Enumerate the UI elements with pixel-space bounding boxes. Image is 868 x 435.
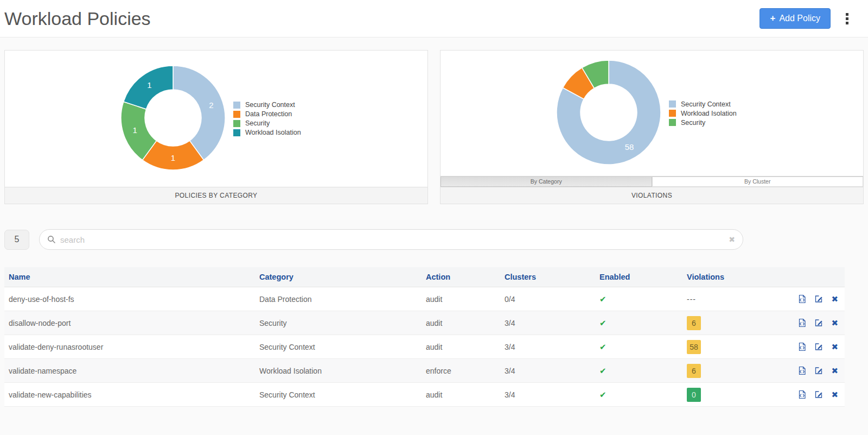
legend-label: Data Protection (245, 110, 292, 118)
clear-search-icon[interactable]: ✖ (729, 235, 735, 244)
policy-category: Data Protection (255, 287, 422, 311)
policy-violations-cell: --- (682, 287, 797, 311)
donut-slice-label: 1 (171, 153, 175, 162)
yaml-file-icon[interactable] (797, 366, 807, 375)
policies-panel-footer: POLICIES BY CATEGORY (5, 187, 427, 204)
delete-icon[interactable]: ✖ (831, 342, 838, 352)
row-actions-cell: ✖ (797, 287, 845, 311)
donut-slice-label: 1 (147, 80, 151, 90)
legend-swatch (669, 119, 676, 126)
policy-clusters: 3/4 (500, 383, 595, 407)
violations-chart-legend: Security ContextWorkload IsolationSecuri… (669, 99, 737, 128)
policy-clusters: 0/4 (500, 287, 595, 311)
column-header-action: Action (422, 267, 500, 287)
check-icon: ✔ (599, 390, 607, 399)
legend-item-security[interactable]: Security (669, 119, 737, 127)
column-header-enabled: Enabled (595, 267, 682, 287)
policy-enabled-cell: ✔ (595, 287, 682, 311)
violations-donut: 58 (552, 55, 666, 172)
legend-item-workload-isolation[interactable]: Workload Isolation (669, 110, 737, 117)
policies-table-body: deny-use-of-host-fsData Protectionaudit0… (4, 287, 845, 407)
violations-tabs: By CategoryBy Cluster (441, 176, 863, 187)
legend-swatch (233, 120, 240, 127)
legend-swatch (669, 100, 676, 108)
policy-name-link[interactable]: validate-new-capabilities (4, 383, 255, 407)
add-policy-button[interactable]: + Add Policy (760, 8, 831, 29)
edit-icon[interactable] (814, 390, 824, 399)
violations-badge[interactable]: 58 (687, 340, 701, 354)
policy-enabled-cell: ✔ (595, 359, 682, 383)
policy-enabled-cell: ✔ (595, 335, 682, 359)
legend-label: Security Context (245, 101, 295, 109)
result-count-badge: 5 (4, 230, 29, 250)
tab-by-cluster[interactable]: By Cluster (652, 177, 864, 187)
policy-category: Security Context (255, 383, 422, 407)
yaml-file-icon[interactable] (797, 390, 807, 399)
plus-icon: + (770, 13, 775, 24)
delete-icon[interactable]: ✖ (831, 390, 838, 400)
policy-clusters: 3/4 (500, 335, 595, 359)
kebab-menu-icon[interactable] (843, 10, 852, 28)
legend-label: Workload Isolation (681, 110, 737, 117)
policy-action: audit (422, 311, 500, 335)
legend-label: Security (681, 119, 705, 127)
policies-chart-body: 2111 Security ContextData ProtectionSecu… (5, 51, 427, 187)
search-icon (47, 235, 56, 244)
delete-icon[interactable]: ✖ (831, 366, 838, 376)
delete-icon[interactable]: ✖ (831, 318, 838, 328)
search-input[interactable] (60, 235, 729, 244)
delete-icon[interactable]: ✖ (831, 294, 838, 304)
legend-item-security-context[interactable]: Security Context (669, 100, 737, 108)
edit-icon[interactable] (814, 318, 824, 327)
policy-category: Security (255, 311, 422, 335)
row-actions-cell: ✖ (797, 383, 845, 407)
policy-category: Security Context (255, 335, 422, 359)
legend-label: Workload Isolation (245, 129, 301, 136)
legend-label: Security (245, 119, 270, 127)
policy-violations-cell: 6 (682, 359, 797, 383)
check-icon: ✔ (599, 318, 607, 327)
policy-name-link[interactable]: deny-use-of-host-fs (4, 287, 255, 311)
policy-violations-cell: 6 (682, 311, 797, 335)
policy-category: Workload Isolation (255, 359, 422, 383)
violations-badge[interactable]: 6 (687, 316, 701, 330)
legend-item-workload-isolation[interactable]: Workload Isolation (233, 129, 301, 136)
policies-by-category-panel: 2111 Security ContextData ProtectionSecu… (4, 50, 428, 204)
policy-name-link[interactable]: disallow-node-port (4, 311, 255, 335)
legend-item-data-protection[interactable]: Data Protection (233, 110, 301, 118)
table-row: validate-namespaceWorkload Isolationenfo… (4, 359, 845, 383)
legend-swatch (233, 111, 240, 118)
policy-violations-cell: 0 (682, 383, 797, 407)
check-icon: ✔ (599, 342, 607, 351)
policy-name-link[interactable]: validate-namespace (4, 359, 255, 383)
violations-badge[interactable]: 6 (687, 364, 701, 378)
row-actions-cell: ✖ (797, 335, 845, 359)
edit-icon[interactable] (814, 366, 824, 375)
table-row: validate-deny-runasrootuserSecurity Cont… (4, 335, 845, 359)
yaml-file-icon[interactable] (797, 318, 807, 327)
legend-swatch (233, 102, 240, 109)
policies-chart-legend: Security ContextData ProtectionSecurityW… (233, 99, 301, 138)
yaml-file-icon[interactable] (797, 342, 807, 351)
yaml-file-icon[interactable] (797, 294, 807, 304)
violations-panel: 58 Security ContextWorkload IsolationSec… (440, 50, 864, 204)
edit-icon[interactable] (814, 342, 824, 351)
policy-violations-cell: 58 (682, 335, 797, 359)
violations-badge[interactable]: 0 (687, 388, 701, 402)
legend-item-security-context[interactable]: Security Context (233, 101, 301, 109)
tab-by-category[interactable]: By Category (441, 177, 652, 187)
policy-name-link[interactable]: validate-deny-runasrootuser (4, 335, 255, 359)
column-header-violations: Violations (682, 267, 797, 287)
legend-swatch (669, 110, 676, 117)
legend-item-security[interactable]: Security (233, 119, 301, 127)
page-header: Workload Policies + Add Policy (0, 0, 868, 37)
page-title: Workload Policies (4, 8, 760, 29)
policy-clusters: 3/4 (500, 311, 595, 335)
table-row: validate-new-capabilitiesSecurity Contex… (4, 383, 845, 407)
row-actions-cell: ✖ (797, 311, 845, 335)
policy-action: audit (422, 383, 500, 407)
search-box[interactable]: ✖ (39, 229, 743, 250)
column-header-category: Category (255, 267, 422, 287)
edit-icon[interactable] (814, 294, 824, 304)
donut-slice-label: 2 (209, 100, 213, 110)
